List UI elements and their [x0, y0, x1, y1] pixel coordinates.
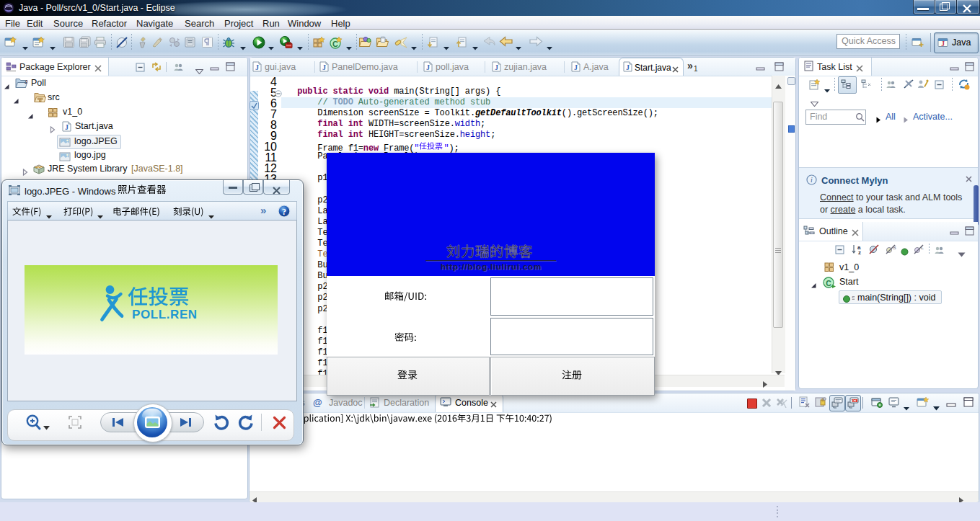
svg-text:J: J	[941, 40, 945, 48]
svg-text:i: i	[811, 176, 813, 184]
svg-text:S: S	[852, 295, 855, 301]
svg-text:J: J	[626, 63, 630, 71]
svg-text:J: J	[495, 63, 498, 71]
svg-text:J: J	[322, 63, 326, 71]
svg-text:J: J	[25, 79, 27, 85]
svg-text:z: z	[858, 249, 861, 255]
svg-text:C: C	[826, 279, 831, 288]
svg-text:?: ?	[282, 207, 286, 217]
svg-text:J: J	[65, 123, 69, 131]
svg-text:J: J	[255, 63, 259, 71]
svg-text:J: J	[574, 63, 578, 71]
svg-text:J: J	[426, 63, 430, 71]
